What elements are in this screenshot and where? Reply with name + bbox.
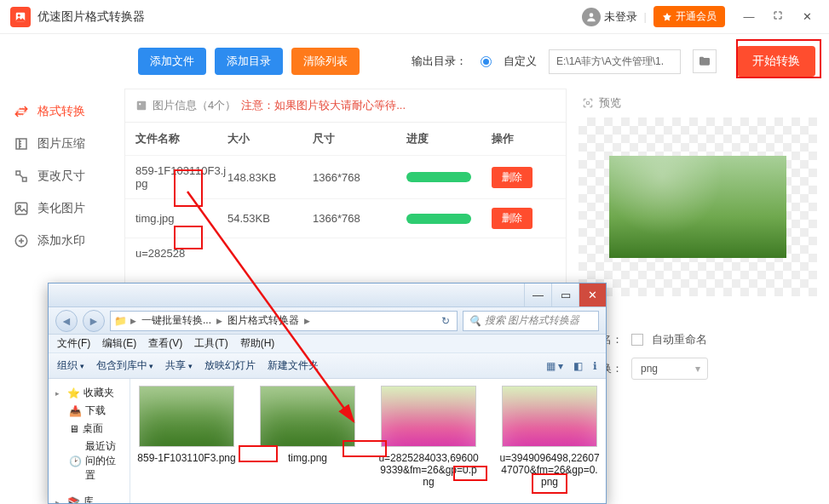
folder-icon: 📁: [114, 315, 127, 327]
explorer-toolbar: 组织 包含到库中 共享 放映幻灯片 新建文件夹 ▦ ▾ ◧ ℹ: [49, 353, 606, 379]
tree-favorites[interactable]: ▸⭐ 收藏夹: [55, 384, 123, 402]
sidebar-item-label: 更改尺寸: [37, 169, 85, 184]
file-thumbnail: [139, 386, 234, 447]
sidebar-item-watermark[interactable]: 添加水印: [0, 225, 124, 257]
progress-bar: [406, 214, 471, 224]
help-button[interactable]: ℹ: [593, 360, 597, 372]
add-file-button[interactable]: 添加文件: [138, 48, 206, 75]
svg-point-9: [586, 101, 590, 105]
clear-list-button[interactable]: 清除列表: [291, 48, 360, 75]
explorer-minimize-button[interactable]: —: [524, 284, 551, 306]
file-label: u=3949096498,2260747070&fm=26&gp=0.png: [498, 452, 601, 488]
vip-button[interactable]: 开通会员: [653, 6, 725, 27]
user-avatar-icon[interactable]: [582, 8, 601, 26]
menu-edit[interactable]: 编辑(E): [102, 336, 136, 351]
explorer-search-input[interactable]: 🔍搜索 图片格式转换器: [463, 311, 599, 331]
explorer-close-button[interactable]: ✕: [579, 284, 606, 306]
close-button[interactable]: ✕: [795, 7, 819, 26]
file-thumbnail: [381, 386, 476, 447]
address-bar[interactable]: 📁 ▶ 一键批量转换... ▶ 图片格式转换器 ▶ ↻: [110, 311, 458, 331]
browse-folder-button[interactable]: [693, 49, 717, 73]
tree-desktop[interactable]: 🖥 桌面: [55, 420, 123, 438]
file-item[interactable]: u=2825284033,696009339&fm=26&gp=0.png: [377, 386, 480, 488]
table-header: 文件名称 大小 尺寸 进度 操作: [125, 123, 566, 155]
svg-rect-4: [15, 203, 27, 215]
start-convert-button[interactable]: 开始转换: [737, 46, 815, 77]
panel-info-warning: 注意：如果图片较大请耐心等待...: [241, 98, 406, 113]
compress-icon: [14, 136, 29, 152]
new-folder-button[interactable]: 新建文件夹: [268, 358, 319, 373]
slideshow-button[interactable]: 放映幻灯片: [204, 358, 256, 373]
maximize-button[interactable]: [766, 7, 790, 26]
add-dir-button[interactable]: 添加目录: [215, 48, 283, 75]
output-custom-label: 自定义: [504, 54, 537, 69]
tree-library[interactable]: ▸📚 库: [55, 493, 123, 503]
auto-rename-label: 自动重命名: [652, 332, 707, 347]
sidebar-item-label: 格式转换: [37, 104, 85, 119]
explorer-menubar: 文件(F) 编辑(E) 查看(V) 工具(T) 帮助(H): [49, 335, 606, 353]
back-button[interactable]: ◄: [55, 310, 78, 332]
sidebar-item-compress[interactable]: 图片压缩: [0, 128, 124, 160]
file-dimensions: 1366*768: [313, 171, 406, 184]
menu-help[interactable]: 帮助(H): [240, 336, 275, 351]
file-item[interactable]: u=3949096498,2260747070&fm=26&gp=0.png: [498, 386, 601, 488]
resize-icon: [14, 169, 29, 184]
forward-button[interactable]: ►: [83, 310, 105, 332]
titlebar: 优速图片格式转换器 未登录 | 开通会员 — ✕: [0, 0, 829, 34]
explorer-maximize-button[interactable]: ▭: [551, 284, 579, 306]
file-label: u=2825284033,696009339&fm=26&gp=0.png: [377, 452, 480, 488]
progress-bar: [406, 172, 471, 182]
organize-button[interactable]: 组织: [57, 358, 84, 373]
col-op-header: 操作: [492, 131, 556, 146]
breadcrumb[interactable]: 图片格式转换器: [224, 313, 302, 328]
file-thumbnail: [260, 386, 355, 447]
refresh-button[interactable]: ↻: [438, 315, 453, 327]
settings-section: 设置 件命名： 自动重命名 式转换： png: [579, 306, 817, 380]
output-custom-radio[interactable]: [481, 56, 492, 67]
explorer-titlebar: — ▭ ✕: [49, 284, 606, 307]
delete-button[interactable]: 删除: [492, 167, 533, 188]
file-dimensions: 1366*768: [313, 212, 406, 225]
search-placeholder: 搜索 图片格式转换器: [485, 313, 579, 328]
progress-cell: [406, 172, 492, 182]
sidebar-item-format[interactable]: 格式转换: [0, 95, 124, 128]
delete-button[interactable]: 删除: [492, 208, 533, 229]
output-path-input[interactable]: E:\1A菲方\A文件管理\1.: [549, 49, 681, 74]
format-select[interactable]: png: [631, 358, 708, 380]
vip-label: 开通会员: [676, 9, 717, 24]
sidebar-item-resize[interactable]: 更改尺寸: [0, 160, 124, 192]
format-convert-icon: [14, 104, 29, 119]
table-row: 859-1F103110F3.jpg 148.83KB 1366*768 删除: [125, 155, 566, 198]
file-item[interactable]: 859-1F103110F3.png: [135, 386, 238, 464]
menu-tools[interactable]: 工具(T): [194, 336, 227, 351]
app-title: 优速图片格式转换器: [37, 9, 582, 25]
share-button[interactable]: 共享: [165, 358, 193, 373]
toolbar: 添加文件 添加目录 清除列表 输出目录： 自定义 E:\1A菲方\A文件管理\1…: [0, 34, 829, 89]
menu-file[interactable]: 文件(F): [57, 336, 90, 351]
preview-pane-button[interactable]: ◧: [573, 360, 583, 372]
file-name: timg.jpg: [135, 212, 227, 225]
preview-image: [609, 156, 786, 258]
file-item[interactable]: timg.png: [256, 386, 359, 464]
progress-cell: [406, 214, 492, 224]
sidebar-item-beautify[interactable]: 美化图片: [0, 192, 124, 225]
explorer-window: — ▭ ✕ ◄ ► 📁 ▶ 一键批量转换... ▶ 图片格式转换器 ▶ ↻ 🔍搜…: [48, 283, 607, 504]
view-mode-button[interactable]: ▦ ▾: [546, 360, 563, 372]
beautify-icon: [14, 201, 29, 216]
tree-recent[interactable]: 🕑 最近访问的位置: [55, 438, 123, 484]
svg-point-8: [139, 103, 141, 105]
file-label: timg.png: [256, 452, 359, 464]
menu-view[interactable]: 查看(V): [148, 336, 182, 351]
login-status[interactable]: 未登录: [604, 9, 637, 25]
col-name-header: 文件名称: [135, 131, 227, 146]
minimize-button[interactable]: —: [737, 7, 761, 26]
col-dim-header: 尺寸: [313, 131, 406, 146]
include-lib-button[interactable]: 包含到库中: [96, 358, 154, 373]
folder-tree: ▸⭐ 收藏夹 📥 下载 🖥 桌面 🕑 最近访问的位置 ▸📚 库: [49, 379, 130, 503]
tree-downloads[interactable]: 📥 下载: [55, 402, 123, 420]
auto-rename-checkbox[interactable]: [631, 334, 643, 346]
format-row: 式转换： png: [579, 358, 817, 380]
breadcrumb[interactable]: 一键批量转换...: [138, 313, 215, 328]
svg-rect-7: [137, 101, 147, 111]
sidebar-item-label: 图片压缩: [37, 136, 85, 152]
